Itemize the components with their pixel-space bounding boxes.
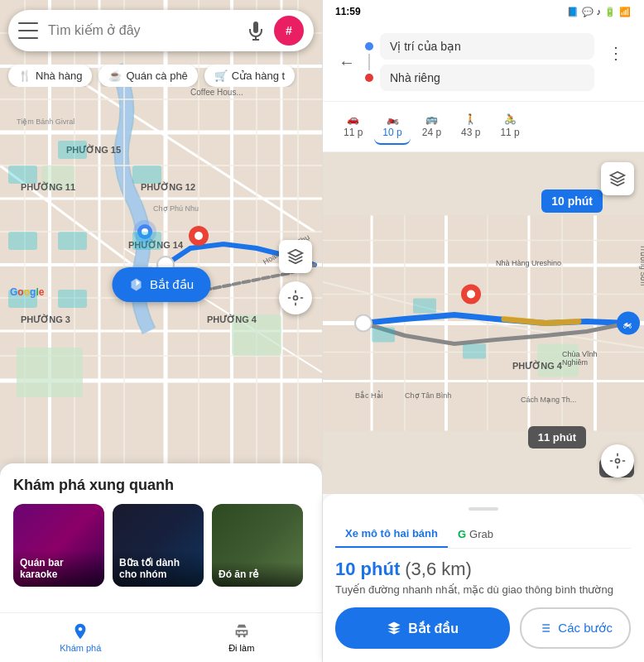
steps-button[interactable]: Các bước <box>520 607 631 649</box>
back-button[interactable]: ← <box>335 50 358 75</box>
status-bar: 11:59 📘 💬 ♪ 🔋 📶 <box>322 0 644 23</box>
map-area: PHƯỜNG 15 PHƯỜNG 12 PHƯỜNG 14 PHƯỜNG 11 … <box>0 0 322 463</box>
svg-rect-88 <box>413 299 436 314</box>
explore-title: Khám phá xung quanh <box>13 477 309 494</box>
sheet-handle <box>469 507 498 511</box>
svg-text:Tiệm Bánh Givral: Tiệm Bánh Givral <box>17 118 74 126</box>
nav-explore-label: Khám phá <box>60 643 101 653</box>
wifi-icon: 📶 <box>619 7 631 17</box>
status-time: 11:59 <box>335 6 361 17</box>
left-panel: PHƯỜNG 15 PHƯỜNG 12 PHƯỜNG 14 PHƯỜNG 11 … <box>0 0 322 662</box>
svg-rect-50 <box>132 232 161 250</box>
fb-icon: 📘 <box>567 7 579 17</box>
svg-rect-47 <box>58 141 87 159</box>
svg-text:PHƯỜNG 4: PHƯỜNG 4 <box>512 360 563 371</box>
explore-card-dinner[interactable]: Bữa tối dành cho nhóm <box>113 504 204 587</box>
nav-explore[interactable]: Khám phá <box>0 613 161 662</box>
svg-rect-87 <box>372 328 395 343</box>
svg-marker-56 <box>289 250 303 257</box>
svg-text:Chùa Vĩnh: Chùa Vĩnh <box>562 350 598 358</box>
svg-text:Coffee Hous...: Coffee Hous... <box>190 88 243 97</box>
explore-card-food-label: Đó ăn rẻ <box>212 562 303 587</box>
action-buttons: Bắt đầu Các bước <box>335 607 631 649</box>
more-button[interactable]: ⋮ <box>604 40 627 66</box>
start-map-button[interactable]: Bắt đầu <box>112 267 210 302</box>
explore-card-food[interactable]: Đó ăn rẻ <box>212 504 303 587</box>
svg-text:Cách Mạng Th...: Cách Mạng Th... <box>521 396 576 404</box>
right-panel: 11:59 📘 💬 ♪ 🔋 📶 ← ⋮ <box>322 0 644 662</box>
origin-dot <box>365 42 373 50</box>
origin-field[interactable] <box>380 33 594 60</box>
transport-walk2[interactable]: 🚴 11 p <box>492 108 527 145</box>
list-icon <box>538 621 551 635</box>
svg-rect-28 <box>17 348 83 397</box>
nav-commute[interactable]: Đi làm <box>161 613 323 662</box>
category-shop[interactable]: 🛒 Cửa hàng t <box>204 65 295 87</box>
msg-icon: 💬 <box>582 7 594 17</box>
layers-button-right[interactable] <box>601 162 634 195</box>
svg-point-81 <box>467 290 475 299</box>
explore-card-bar[interactable]: Quán bar karaoke <box>13 504 104 587</box>
layers-button[interactable] <box>279 240 312 273</box>
route-description: Tuyến đường nhanh nhất, mặc dù giao thôn… <box>335 583 631 596</box>
destination-dot <box>365 74 373 82</box>
category-restaurant[interactable]: 🍴 Nhà hàng <box>8 65 92 87</box>
transport-moto[interactable]: 🏍️ 10 p <box>374 108 410 145</box>
category-bar: 🍴 Nhà hàng ☕ Quán cà phê 🛒 Cửa hàng t <box>0 65 322 87</box>
transport-bus[interactable]: 🚌 24 p <box>414 108 449 145</box>
transport-modes: 🚗 11 p 🏍️ 10 p 🚌 24 p 🚶 43 p 🚴 11 p <box>322 102 644 152</box>
svg-text:Trường Sơn: Trường Sơn <box>639 245 644 286</box>
svg-text:Nghiêm: Nghiêm <box>562 358 588 367</box>
panel-divider <box>322 0 323 662</box>
route-tabs: Xe mô tô hai bánh G Grab <box>335 520 631 549</box>
bottom-sheet: Xe mô tô hai bánh G Grab 10 phút (3,6 km… <box>322 494 644 662</box>
battery-icon: 🔋 <box>604 7 616 17</box>
locate-button[interactable] <box>279 281 312 314</box>
svg-point-79 <box>359 319 368 328</box>
svg-rect-52 <box>8 232 37 250</box>
svg-point-57 <box>294 296 298 300</box>
nav-header: ← ⋮ <box>322 23 644 102</box>
explore-cards: Quán bar karaoke Bữa tối dành cho nhóm Đ… <box>13 504 309 587</box>
category-cafe[interactable]: ☕ Quán cà phê <box>99 65 197 87</box>
svg-rect-48 <box>132 166 161 184</box>
transport-car[interactable]: 🚗 11 p <box>335 108 371 145</box>
tiktok-icon: ♪ <box>597 7 602 17</box>
route-inputs: ← ⋮ <box>335 33 631 91</box>
route-fields <box>380 33 594 91</box>
search-input[interactable] <box>48 23 246 38</box>
start-button[interactable]: Bắt đầu <box>335 607 510 649</box>
route-distance: (3,6 km) <box>405 559 472 580</box>
right-map: 🏍 PHƯỜNG 4 Trường Sơn Hồ Văn Huê Nhà Hàn… <box>322 152 644 494</box>
tab-motorbike[interactable]: Xe mô tô hai bánh <box>335 520 448 548</box>
svg-text:Bắc Hải: Bắc Hải <box>355 391 383 400</box>
route-connector <box>368 54 370 70</box>
hamburger-icon[interactable] <box>18 22 38 39</box>
swap-icon[interactable] <box>608 69 624 85</box>
svg-rect-51 <box>58 290 87 308</box>
transport-walk[interactable]: 🚶 43 p <box>453 108 488 145</box>
route-info: 10 phút (3,6 km) Tuyến đường nhanh nhất,… <box>335 559 631 596</box>
bottom-nav: Khám phá Đi làm <box>0 612 322 662</box>
svg-text:Chợ Tân Bình: Chợ Tân Bình <box>405 391 451 400</box>
avatar-button[interactable]: # <box>274 16 304 46</box>
svg-marker-96 <box>611 172 625 179</box>
svg-text:PHƯỜNG 4: PHƯỜNG 4 <box>207 314 257 324</box>
destination-field[interactable] <box>380 65 594 91</box>
svg-text:Chợ Phú Nhu: Chợ Phú Nhu <box>153 204 199 213</box>
explore-card-dinner-label: Bữa tối dành cho nhóm <box>113 550 204 587</box>
google-logo: Google <box>10 286 44 298</box>
route-time: 10 phút <box>335 559 400 580</box>
svg-rect-49 <box>58 232 87 250</box>
time-badge-11min: 11 phút <box>528 426 586 449</box>
svg-rect-89 <box>463 344 486 359</box>
tab-grab[interactable]: G Grab <box>448 520 503 548</box>
svg-point-34 <box>195 232 203 240</box>
locate-button-right[interactable] <box>601 444 634 477</box>
svg-point-97 <box>616 459 620 463</box>
route-icons <box>365 42 373 82</box>
status-icons: 📘 💬 ♪ 🔋 📶 <box>567 7 632 17</box>
commute-icon <box>233 622 251 640</box>
svg-text:Nhà Hàng Ureshino: Nhà Hàng Ureshino <box>496 259 561 267</box>
mic-icon[interactable] <box>246 21 266 41</box>
